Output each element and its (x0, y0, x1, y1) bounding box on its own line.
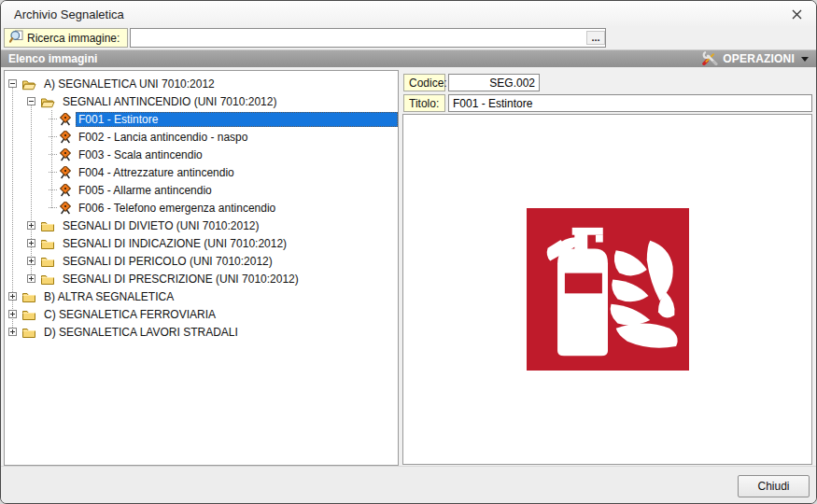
fire-extinguisher-sign-image (527, 208, 689, 371)
tree-item-lavori-stradali[interactable]: D) SEGNALETICA LAVORI STRADALI (5, 323, 398, 341)
tree-item-label[interactable]: F006 - Telefono emergenza antincendio (76, 201, 278, 216)
folder-closed-icon (21, 326, 36, 339)
expand-toggle[interactable] (27, 221, 35, 230)
title-label: Titolo: (409, 97, 439, 110)
tree-item-label[interactable]: F001 - Estintore (76, 112, 398, 127)
tree-item-label[interactable]: F003 - Scala antincendio (76, 147, 205, 162)
sign-icon (59, 131, 72, 144)
tree-connector (49, 154, 57, 155)
expand-toggle[interactable] (8, 292, 17, 301)
tools-icon (702, 50, 718, 68)
code-label-box: Codice: (403, 74, 445, 91)
code-label: Codice: (409, 77, 447, 90)
tree-item-f001-selected[interactable]: F001 - Estintore (5, 110, 398, 128)
tree-item-f004[interactable]: F004 - Attrezzature antincendio (5, 163, 398, 181)
section-title: Elenco immagini (1, 52, 97, 65)
title-label-box: Titolo: (403, 94, 445, 112)
tree-item-segnali-divieto[interactable]: SEGNALI DI DIVIETO (UNI 7010:2012) (5, 217, 398, 234)
tree-item-label[interactable]: C) SEGNALETICA FERROVIARIA (41, 307, 218, 322)
tree-connector (49, 189, 57, 190)
sign-icon (59, 184, 72, 197)
search-label-box: Ricerca immagine: (4, 28, 128, 48)
sign-icon (59, 113, 72, 126)
tree-connector (49, 207, 57, 208)
tree-item-label[interactable]: B) ALTRA SEGNALETICA (41, 289, 176, 304)
tree-item-label[interactable]: F005 - Allarme antincendio (76, 183, 215, 198)
tree-item-label[interactable]: SEGNALI DI DIVIETO (UNI 7010:2012) (60, 218, 262, 233)
expand-toggle[interactable] (27, 257, 35, 265)
tree-item-label[interactable]: SEGNALI DI PERICOLO (UNI 7010:2012) (60, 254, 275, 269)
tree-item-label[interactable]: D) SEGNALETICA LAVORI STRADALI (41, 325, 241, 340)
search-image-icon (9, 30, 23, 47)
expand-toggle[interactable] (27, 239, 35, 247)
window-title: Archivio Segnaletica (14, 7, 124, 21)
code-field[interactable] (448, 74, 540, 91)
folder-closed-icon (40, 219, 55, 232)
tree-item-segnali-prescrizione[interactable]: SEGNALI DI PRESCRIZIONE (UNI 7010:2012) (5, 270, 398, 287)
image-tree-panel: A) SEGNALETICA UNI 7010:2012 SEGNALI ANT… (4, 70, 399, 466)
sign-icon (59, 166, 72, 179)
tree-item-segnali-antincendio[interactable]: SEGNALI ANTINCENDIO (UNI 7010:2012) (5, 92, 398, 110)
title-bar: Archivio Segnaletica (1, 1, 816, 26)
tree-item-label[interactable]: F004 - Attrezzature antincendio (76, 165, 237, 180)
search-label: Ricerca immagine: (27, 32, 120, 45)
collapse-toggle[interactable] (27, 97, 35, 105)
sign-icon (59, 148, 72, 161)
collapse-toggle[interactable] (8, 79, 17, 88)
tree-item-altra-segnaletica[interactable]: B) ALTRA SEGNALETICA (5, 287, 398, 305)
tree-item-segnali-indicazione[interactable]: SEGNALI DI INDICAZIONE (UNI 7010:2012) (5, 234, 398, 252)
list-section-header: Elenco immagini OPERAZIONI (1, 49, 816, 67)
tree-connector (49, 172, 57, 173)
folder-closed-icon (21, 290, 36, 303)
tree-item-label[interactable]: F002 - Lancia antincendio - naspo (76, 130, 250, 145)
folder-closed-icon (40, 273, 55, 286)
tree-item-f006[interactable]: F006 - Telefono emergenza antincendio (5, 199, 398, 217)
expand-toggle[interactable] (27, 274, 35, 283)
close-icon[interactable] (788, 6, 805, 22)
chiudi-button[interactable]: Chiudi (738, 475, 810, 497)
folder-open-icon (40, 95, 55, 108)
expand-toggle[interactable] (8, 310, 17, 318)
tree-item-f002[interactable]: F002 - Lancia antincendio - naspo (5, 128, 398, 146)
folder-closed-icon (40, 237, 55, 250)
expand-toggle[interactable] (8, 328, 17, 336)
tree-item-label[interactable]: SEGNALI DI PRESCRIZIONE (UNI 7010:2012) (60, 272, 302, 287)
tree-item-label[interactable]: SEGNALI DI INDICAZIONE (UNI 7010:2012) (60, 236, 289, 251)
image-preview-panel (402, 114, 812, 465)
search-input[interactable] (130, 28, 606, 48)
folder-open-icon (21, 77, 36, 91)
browse-button[interactable]: ... (586, 31, 605, 45)
tree-item-segnali-pericolo[interactable]: SEGNALI DI PERICOLO (UNI 7010:2012) (5, 252, 398, 270)
tree-item-f005[interactable]: F005 - Allarme antincendio (5, 181, 398, 199)
chevron-down-icon (801, 57, 809, 62)
tree-connector (49, 119, 57, 119)
tree-item-segnaletica-uni[interactable]: A) SEGNALETICA UNI 7010:2012 (5, 75, 398, 92)
tree-item-label[interactable]: SEGNALI ANTINCENDIO (UNI 7010:2012) (60, 94, 279, 109)
title-field[interactable] (448, 94, 812, 112)
operations-menu-button[interactable]: OPERAZIONI (702, 50, 816, 68)
tree-connector (49, 136, 57, 137)
sign-icon (59, 202, 72, 215)
folder-closed-icon (21, 308, 36, 321)
dialog-footer: Chiudi (1, 466, 816, 503)
tree-item-label[interactable]: A) SEGNALETICA UNI 7010:2012 (41, 77, 218, 91)
operations-label: OPERAZIONI (723, 52, 795, 65)
tree-item-f003[interactable]: F003 - Scala antincendio (5, 146, 398, 163)
folder-closed-icon (40, 255, 55, 268)
tree-item-segnaletica-ferroviaria[interactable]: C) SEGNALETICA FERROVIARIA (5, 305, 398, 323)
archivio-segnaletica-window: Archivio Segnaletica Ricerca immagine: .… (0, 0, 817, 504)
